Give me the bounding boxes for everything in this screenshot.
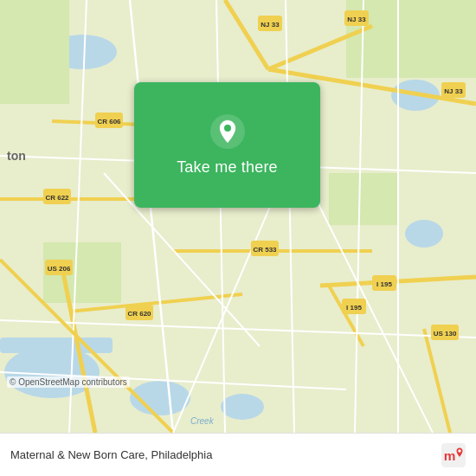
svg-text:NJ 33: NJ 33 <box>261 21 280 29</box>
osm-attribution: © OpenStreetMap contributors <box>7 376 130 388</box>
svg-text:I 195: I 195 <box>376 280 392 288</box>
moovit-logo: m <box>441 443 466 467</box>
svg-text:CR 622: CR 622 <box>45 194 69 202</box>
svg-point-61 <box>224 125 231 132</box>
map-container: NJ 33 NJ 33 NJ 33 CR 606 CR 622 CR 533 U… <box>0 0 476 433</box>
svg-rect-8 <box>0 0 69 104</box>
svg-text:m: m <box>444 447 456 462</box>
take-me-label: Take me there <box>177 158 278 177</box>
svg-text:I 195: I 195 <box>346 304 362 312</box>
location-text: Maternal & New Born Care, Philadelphia <box>10 448 434 461</box>
svg-text:NJ 33: NJ 33 <box>347 16 366 23</box>
moovit-logo-icon: m <box>441 443 466 467</box>
take-me-card[interactable]: Take me there <box>134 82 320 208</box>
svg-text:ton: ton <box>7 149 26 163</box>
svg-point-64 <box>458 449 461 453</box>
location-pin-icon <box>209 113 246 150</box>
svg-point-3 <box>405 220 443 248</box>
svg-point-6 <box>221 394 264 420</box>
svg-text:CR 606: CR 606 <box>97 118 121 125</box>
svg-text:NJ 33: NJ 33 <box>444 87 463 95</box>
svg-text:US 130: US 130 <box>434 330 457 338</box>
svg-text:CR 533: CR 533 <box>253 246 277 254</box>
svg-text:CR 620: CR 620 <box>127 310 151 318</box>
bottom-bar: Maternal & New Born Care, Philadelphia m <box>0 433 476 476</box>
svg-rect-10 <box>329 173 398 225</box>
svg-text:US 206: US 206 <box>48 265 71 273</box>
svg-rect-7 <box>0 338 113 353</box>
svg-text:Creek: Creek <box>190 416 215 426</box>
